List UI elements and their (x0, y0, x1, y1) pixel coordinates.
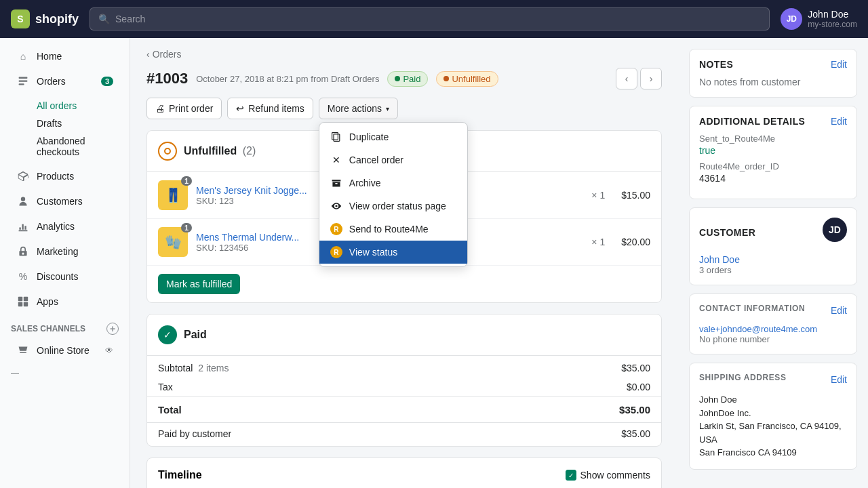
notes-header: NOTES Edit (699, 59, 847, 70)
notes-edit-button[interactable]: Edit (831, 59, 847, 70)
dropdown-item-duplicate[interactable]: Duplicate (319, 125, 467, 148)
mark-fulfilled-button[interactable]: Mark as fulfilled (158, 274, 240, 294)
unfulfilled-title: Unfulfilled (2) (184, 145, 256, 157)
sidebar-item-online-store[interactable]: Online Store 👁 (5, 338, 124, 363)
refund-items-button[interactable]: ↩ Refund items (227, 98, 313, 119)
paid-card: ✓ Paid Subtotal 2 items $35.00 Tax $0.00… (146, 314, 662, 447)
route4me-status-icon: R (330, 246, 342, 258)
dropdown-item-view-status-page[interactable]: View order status page (319, 195, 467, 218)
notes-card: NOTES Edit No notes from customer (689, 49, 857, 98)
route4me-icon: R (330, 223, 342, 235)
item-1-count-badge: 1 (181, 176, 192, 186)
paid-by-label: Paid by customer (158, 428, 231, 439)
shopify-logo-text: shopify (35, 12, 79, 26)
print-order-button[interactable]: 🖨 Print order (146, 98, 222, 119)
cancel-label: Cancel order (349, 155, 403, 165)
breadcrumb-arrow: ‹ (146, 49, 150, 60)
timeline-card: Timeline Show comments JD 🙂 @ # 📎 Post (146, 458, 662, 488)
toolbar: 🖨 Print order ↩ Refund items More action… (146, 98, 662, 119)
breadcrumb[interactable]: ‹ Orders (146, 49, 662, 60)
item-2-price: $20.00 (621, 237, 650, 247)
item-1-thumbnail: 1 👖 (158, 180, 188, 210)
contact-info-edit-button[interactable]: Edit (831, 305, 847, 316)
additional-details-edit-button[interactable]: Edit (831, 116, 847, 127)
orders-icon (16, 75, 30, 88)
shipping-city: San Francisco CA 94109 (699, 446, 847, 460)
item-2-price-area: × 1 $20.00 (591, 237, 650, 247)
search-bar[interactable]: 🔍 (90, 7, 770, 30)
online-store-eye-icon[interactable]: 👁 (105, 346, 113, 355)
svg-rect-3 (18, 297, 22, 301)
sidebar-orders-submenu: All orders Drafts Abandoned checkouts (0, 94, 130, 163)
analytics-icon (16, 220, 30, 233)
prev-order-button[interactable]: ‹ (616, 68, 637, 89)
copy-icon (330, 131, 342, 143)
more-actions-wrapper: More actions ▾ Duplicate ✕ Cancel order (319, 98, 398, 119)
order-title-area: #1003 October 27, 2018 at 8:21 pm from D… (146, 70, 498, 87)
channels-section-header: SALES CHANNELS + (0, 314, 130, 338)
nav-arrows: ‹ › (616, 68, 662, 89)
sidebar-item-abandoned[interactable]: Abandoned checkouts (31, 132, 124, 161)
archive-icon (330, 177, 342, 189)
additional-details-card: ADDITIONAL DETAILS Edit Sent_to_Route4Me… (689, 106, 857, 199)
item-2-thumbnail: 1 🧤 (158, 227, 188, 257)
contact-email[interactable]: vale+johndoe@route4me.com (699, 324, 847, 334)
paid-by-row: Paid by customer $35.00 (147, 422, 661, 443)
more-actions-button[interactable]: More actions ▾ (319, 98, 398, 119)
sidebar-item-apps[interactable]: Apps (5, 289, 124, 314)
no-notes-text: No notes from customer (699, 77, 847, 87)
contact-info-title: CONTACT INFORMATION (699, 304, 805, 313)
order-date: October 27, 2018 at 8:21 pm from Draft O… (196, 74, 379, 84)
paid-title: Paid (184, 329, 207, 341)
tax-value: $0.00 (627, 382, 650, 392)
shipping-address-edit-button[interactable]: Edit (831, 374, 847, 385)
dropdown-item-archive[interactable]: Archive (319, 171, 467, 195)
sidebar-item-products[interactable]: Products (5, 164, 124, 188)
paid-status-icon: ✓ (158, 325, 177, 344)
dropdown-item-send-route4me[interactable]: R Send to Route4Me (319, 218, 467, 241)
user-store: my-store.com (808, 20, 857, 29)
show-comments-checkbox[interactable] (566, 470, 576, 481)
sidebar-item-drafts[interactable]: Drafts (31, 115, 124, 132)
avatar: JD (781, 8, 802, 30)
item-1-qty: × 1 (591, 190, 605, 201)
svg-rect-8 (332, 133, 338, 140)
notes-title: NOTES (699, 59, 733, 70)
orders-badge: 3 (101, 77, 113, 86)
sidebar-item-home[interactable]: ⌂ Home (5, 44, 124, 68)
sidebar-item-analytics[interactable]: Analytics (5, 214, 124, 239)
svg-rect-5 (18, 302, 22, 306)
main-content: ‹ Orders #1003 October 27, 2018 at 8:21 … (130, 38, 678, 488)
sidebar-item-orders[interactable]: Orders 3 (5, 69, 124, 94)
sidebar-item-discounts[interactable]: % Discounts (5, 264, 124, 289)
products-icon (16, 169, 30, 183)
shipping-address-title: SHIPPING ADDRESS (699, 373, 787, 382)
dropdown-arrow-icon: ▾ (386, 105, 389, 113)
archive-label: Archive (349, 178, 381, 188)
view-status-page-label: View order status page (349, 201, 446, 211)
customer-name[interactable]: John Doe (699, 254, 847, 265)
dropdown-item-cancel[interactable]: ✕ Cancel order (319, 148, 467, 171)
right-panel: NOTES Edit No notes from customer ADDITI… (678, 38, 868, 488)
print-icon: 🖨 (155, 103, 165, 114)
sidebar-item-marketing[interactable]: Marketing (5, 239, 124, 264)
send-route4me-label: Send to Route4Me (349, 224, 429, 235)
timeline-title: Timeline (158, 469, 202, 481)
add-channel-button[interactable]: + (106, 323, 119, 335)
subtotal-items: 2 items (198, 363, 229, 373)
customer-avatar: JD (823, 218, 847, 242)
svg-rect-4 (24, 297, 28, 301)
online-store-icon (16, 344, 30, 357)
contact-phone: No phone number (699, 334, 847, 344)
search-input[interactable] (115, 14, 761, 24)
svg-rect-6 (24, 302, 28, 306)
sidebar-item-customers[interactable]: Customers (5, 189, 124, 214)
dropdown-item-view-status[interactable]: R View status (319, 241, 467, 264)
sidebar-item-all-orders[interactable]: All orders (31, 97, 124, 115)
shipping-address-card: SHIPPING ADDRESS Edit John Doe JohnDoe I… (689, 363, 857, 470)
customer-title: Customer (699, 227, 755, 238)
svg-rect-2 (19, 83, 24, 85)
show-comments-toggle[interactable]: Show comments (566, 470, 650, 481)
next-order-button[interactable]: › (640, 68, 662, 89)
fulfill-btn-area: Mark as fulfilled (147, 266, 661, 302)
